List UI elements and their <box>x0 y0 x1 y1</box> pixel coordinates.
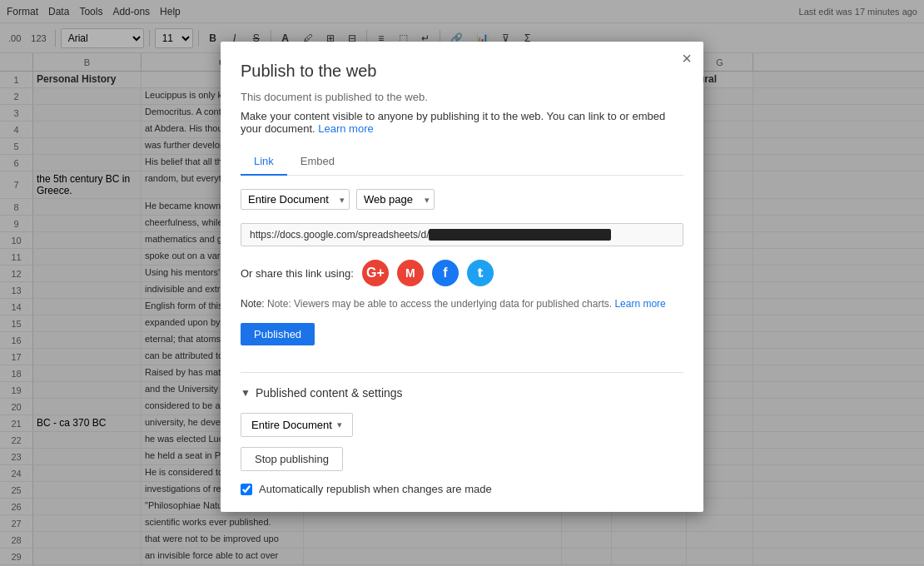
section-arrow-icon: ▼ <box>241 387 251 399</box>
section-document-dropdown[interactable]: Entire Document <box>241 413 353 437</box>
modal-close-button[interactable]: × <box>682 50 692 67</box>
format-type-select[interactable]: Web page <box>356 189 435 210</box>
note-learn-more-link[interactable]: Learn more <box>614 298 665 310</box>
modal-tabs: Link Embed <box>241 148 683 176</box>
publish-to-web-modal: × Publish to the web This document is pu… <box>221 42 703 512</box>
published-status-button[interactable]: Published <box>241 323 315 345</box>
share-google-plus-button[interactable]: G+ <box>362 260 389 286</box>
modal-status-text: This document is published to the web. <box>241 91 683 103</box>
dropdown-row: Entire Document Web page <box>241 189 683 210</box>
published-url-box[interactable]: https://docs.google.com/spreadsheets/d/■… <box>241 223 683 246</box>
url-prefix: https://docs.google.com/spreadsheets/d/ <box>250 229 429 241</box>
share-row: Or share this link using: G+ M f 𝕥 <box>241 260 683 286</box>
share-gmail-button[interactable]: M <box>397 260 424 286</box>
modal-title: Publish to the web <box>241 62 683 81</box>
url-redacted: ■■■■■■■■■■■■■■■■■■■■■■■■■■■■■ <box>429 229 610 241</box>
published-content-label: Published content & settings <box>256 386 403 400</box>
modal-note: Note: Note: Viewers may be able to acces… <box>241 298 683 310</box>
share-label: Or share this link using: <box>241 267 354 280</box>
auto-republish-label: Automatically republish when changes are… <box>259 483 492 495</box>
published-content-section-header[interactable]: ▼ Published content & settings <box>241 386 683 400</box>
section-divider <box>241 372 683 373</box>
share-facebook-button[interactable]: f <box>432 260 459 286</box>
document-scope-wrapper: Entire Document <box>241 189 350 210</box>
auto-republish-row: Automatically republish when changes are… <box>241 483 683 495</box>
tab-link[interactable]: Link <box>241 148 287 176</box>
modal-overlay: × Publish to the web This document is pu… <box>0 0 924 566</box>
stop-publishing-button[interactable]: Stop publishing <box>241 447 343 471</box>
tab-embed[interactable]: Embed <box>287 148 348 176</box>
document-scope-select[interactable]: Entire Document <box>241 189 350 210</box>
modal-description: Make your content visible to anyone by p… <box>241 110 683 135</box>
share-twitter-button[interactable]: 𝕥 <box>467 260 494 286</box>
learn-more-link-1[interactable]: Learn more <box>318 122 373 135</box>
format-type-wrapper: Web page <box>356 189 435 210</box>
auto-republish-checkbox[interactable] <box>241 484 252 495</box>
